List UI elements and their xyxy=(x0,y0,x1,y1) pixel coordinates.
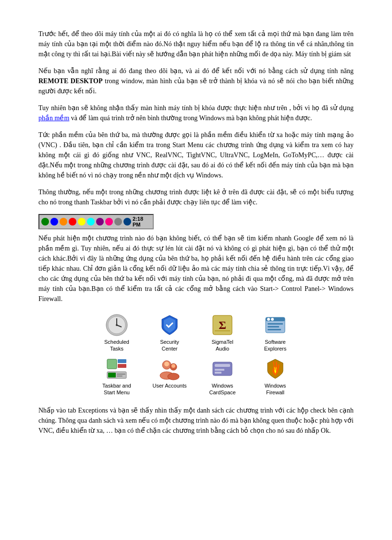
taskbar-start-menu-icon xyxy=(105,357,128,380)
paragraph-7: Nhấp vào tab Exceptions và bạn sẽ thấy n… xyxy=(38,405,354,436)
taskbar-icon-9 xyxy=(114,218,122,226)
software-explorers-icon xyxy=(264,314,287,337)
phan-mem-link[interactable]: phần mềm xyxy=(38,114,69,122)
windows-firewall-icon xyxy=(264,357,287,380)
paragraph-7-text: Nhấp vào tab Exceptions và bạn sẽ thấy n… xyxy=(38,407,354,434)
icons-row-1: ScheduledTasks SecurityCenter Σ xyxy=(98,314,294,352)
svg-point-4 xyxy=(116,324,118,326)
sigma-audio-icon-item[interactable]: Σ SigmaTelAudio xyxy=(203,314,242,352)
svg-rect-17 xyxy=(118,364,126,368)
svg-point-25 xyxy=(168,373,179,380)
scheduled-tasks-icon xyxy=(105,314,128,337)
security-center-label: SecurityCenter xyxy=(160,339,179,352)
icons-row-2: Taskbar andStart Menu User Accounts xyxy=(98,357,294,396)
svg-rect-15 xyxy=(107,359,117,369)
paragraph-3: Tuy nhiên bạn sẽ không nhận thấy màn hìn… xyxy=(38,103,354,123)
user-accounts-label: User Accounts xyxy=(153,382,187,389)
taskbar-icon-6 xyxy=(87,218,95,226)
windows-firewall-label: WindowsFirewall xyxy=(265,382,286,396)
windows-cardspace-icon xyxy=(211,357,234,380)
software-explorers-icon-item[interactable]: SoftwareExplorers xyxy=(256,314,294,352)
svg-rect-14 xyxy=(268,329,281,330)
paragraph-1: Trước hết, để theo dõi máy tính của một … xyxy=(38,29,354,59)
security-center-icon-item[interactable]: SecurityCenter xyxy=(150,314,189,352)
svg-rect-21 xyxy=(117,376,122,377)
svg-point-10 xyxy=(267,318,270,321)
user-accounts-icon xyxy=(158,357,181,380)
scheduled-tasks-icon-item[interactable]: ScheduledTasks xyxy=(98,314,136,352)
remote-desktop-text: REMOTE DESKTOP xyxy=(38,77,102,85)
taskbar-icon-5 xyxy=(78,218,86,226)
taskbar-icon-10 xyxy=(123,218,131,226)
paragraph-1-text: Trước hết, để theo dõi máy tính của một … xyxy=(38,30,354,58)
svg-rect-30 xyxy=(215,369,224,371)
svg-rect-31 xyxy=(215,372,221,374)
svg-rect-12 xyxy=(268,323,283,325)
svg-rect-29 xyxy=(215,364,230,367)
taskbar-start-menu-icon-item[interactable]: Taskbar andStart Menu xyxy=(98,357,136,396)
taskbar-icon-8 xyxy=(105,218,113,226)
svg-point-11 xyxy=(271,318,274,321)
paragraph-6-text: Nếu phát hiện một chương trình nào đó bạ… xyxy=(38,235,354,302)
paragraph-5-text: Thông thường, nếu một trong những chương… xyxy=(38,188,354,206)
taskbar-icon-7 xyxy=(96,218,104,226)
svg-rect-16 xyxy=(118,359,126,363)
svg-rect-19 xyxy=(108,373,116,377)
paragraph-6: Nếu phát hiện một chương trình nào đó bạ… xyxy=(38,233,354,304)
svg-rect-13 xyxy=(268,326,279,327)
taskbar-image: 2:18 PM xyxy=(38,214,154,229)
svg-text:Σ: Σ xyxy=(219,319,226,331)
svg-rect-20 xyxy=(117,374,125,375)
paragraph-2: Nếu bạn vẫn nghĩ rằng ai đó đang theo dõ… xyxy=(38,66,354,96)
taskbar-icon-3 xyxy=(60,218,67,226)
scheduled-tasks-label: ScheduledTasks xyxy=(104,339,129,352)
sigma-audio-icon: Σ xyxy=(211,314,234,337)
paragraph-5: Thông thường, nếu một trong những chương… xyxy=(38,187,354,207)
taskbar-icon-1 xyxy=(41,218,49,226)
icons-container: ScheduledTasks SecurityCenter Σ xyxy=(38,314,354,396)
user-accounts-icon-item[interactable]: User Accounts xyxy=(150,357,189,396)
software-explorers-label: SoftwareExplorers xyxy=(264,339,286,352)
paragraph-4: Tức phần mềm của bên thứ ba, mà thường đ… xyxy=(38,130,354,180)
taskbar-start-menu-label: Taskbar andStart Menu xyxy=(102,382,131,396)
windows-firewall-icon-item[interactable]: WindowsFirewall xyxy=(256,357,294,396)
windows-cardspace-label: WindowsCardSpace xyxy=(209,382,235,396)
taskbar-icon-4 xyxy=(69,218,76,226)
sigma-audio-label: SigmaTelAudio xyxy=(211,339,233,352)
taskbar-time: 2:18 PM xyxy=(133,216,151,227)
windows-cardspace-icon-item[interactable]: WindowsCardSpace xyxy=(203,357,242,396)
svg-point-27 xyxy=(172,364,175,368)
svg-point-26 xyxy=(164,362,169,366)
paragraph-4-text: Tức phần mềm của bên thứ ba, mà thường đ… xyxy=(38,131,354,179)
taskbar-icon-2 xyxy=(50,218,58,226)
security-center-icon xyxy=(158,314,181,337)
